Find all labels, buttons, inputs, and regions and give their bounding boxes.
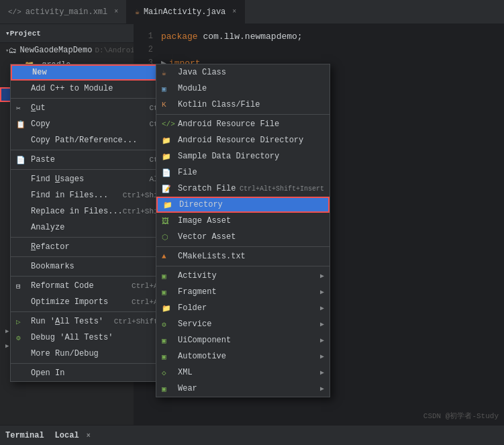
- submenu-label: Directory: [179, 200, 223, 209]
- sub-separator: [156, 266, 330, 266]
- code-text: package com.llw.newmapdemo;: [161, 32, 303, 42]
- submenu-label: Scratch File: [178, 184, 236, 193]
- service-arrow-icon: ▶: [320, 320, 324, 328]
- menu-label: Cut: [31, 103, 46, 113]
- wear-icon: ▣: [162, 385, 175, 393]
- tab-label: activity_main.xml: [26, 7, 107, 17]
- menu-label: Run 'All Tests': [31, 317, 103, 326]
- scratch-icon: 📝: [162, 185, 175, 193]
- submenu-item-service[interactable]: ⚙ Service ▶: [156, 316, 330, 332]
- submenu-label: Image Asset: [178, 216, 231, 226]
- cut-icon: ✂: [16, 104, 28, 113]
- submenu-new: ☕ Java Class ▣ Module K Kotlin Class/Fil…: [156, 64, 330, 397]
- shortcut-text: Ctrl+Alt+Shift+Insert: [240, 185, 324, 193]
- menu-label: New: [32, 68, 47, 77]
- submenu-item-directory[interactable]: 📁 Directory: [156, 197, 330, 213]
- cmake-icon: ▲: [162, 252, 175, 260]
- code-line-1: 1 package com.llw.newmapdemo;: [134, 30, 504, 43]
- line-number: 2: [134, 45, 161, 54]
- tab-close-icon[interactable]: ×: [114, 8, 118, 15]
- menu-label: Copy Path/Reference...: [31, 136, 137, 145]
- fragment-icon: ▣: [162, 288, 175, 297]
- submenu-item-android-resource-dir[interactable]: 📁 Android Resource Directory: [156, 132, 330, 148]
- submenu-label: Android Resource File: [178, 119, 279, 129]
- submenu-label: XML: [178, 368, 193, 377]
- menu-label: Reformat Code: [31, 281, 94, 291]
- submenu-label: Java Class: [178, 68, 226, 77]
- tree-label: NewGaodeMapDemo: [19, 46, 92, 55]
- submenu-label: Vector Asset: [178, 232, 236, 242]
- tree-item-root[interactable]: ▾ 🗂 NewGaodeMapDemo D:\Android\NewGao...: [0, 43, 134, 58]
- menu-label: Analyze: [31, 223, 64, 232]
- run-icon: ▷: [16, 317, 28, 326]
- submenu-label: Fragment: [178, 287, 217, 297]
- submenu-label: Wear: [178, 384, 197, 393]
- file-icon: 📄: [162, 168, 175, 177]
- kotlin-icon: K: [162, 101, 175, 109]
- submenu-item-fragment[interactable]: ▣ Fragment ▶: [156, 284, 330, 300]
- menu-label: Copy: [31, 119, 50, 129]
- local-label: Local: [55, 431, 79, 440]
- xml-arrow-icon: ▶: [320, 368, 324, 377]
- submenu-item-wear[interactable]: ▣ Wear ▶: [156, 381, 330, 397]
- line-number: 1: [134, 32, 161, 41]
- activity-icon: ▣: [162, 272, 175, 281]
- submenu-item-image-asset[interactable]: 🖼 Image Asset: [156, 213, 330, 229]
- menu-label: Add C++ to Module: [31, 84, 113, 93]
- submenu-label: Kotlin Class/File: [178, 100, 260, 109]
- ui-arrow-icon: ▶: [320, 336, 324, 344]
- service-icon: ⚙: [162, 320, 175, 329]
- submenu-label: Automotive: [178, 352, 226, 361]
- menu-label: Open In: [31, 368, 64, 378]
- submenu-label: Module: [178, 84, 207, 93]
- bottom-bar: Terminal Local ×: [0, 425, 504, 445]
- debug-icon: ⚙: [16, 334, 28, 342]
- submenu-item-automotive[interactable]: ▣ Automotive ▶: [156, 348, 330, 364]
- submenu-item-ui-component[interactable]: ▣ UiComponent ▶: [156, 332, 330, 348]
- local-tab[interactable]: Local ×: [55, 431, 91, 440]
- submenu-item-xml[interactable]: ◇ XML ▶: [156, 364, 330, 381]
- submenu-item-activity[interactable]: ▣ Activity ▶: [156, 268, 330, 284]
- submenu-item-kotlin[interactable]: K Kotlin Class/File: [156, 97, 330, 113]
- local-close-icon[interactable]: ×: [87, 432, 91, 440]
- submenu-label: Activity: [178, 271, 217, 281]
- sidebar-header[interactable]: ▾ Project: [0, 24, 134, 43]
- submenu-label: Sample Data Directory: [178, 152, 279, 161]
- submenu-item-cmakelists[interactable]: ▲ CMakeLists.txt: [156, 248, 330, 264]
- submenu-label: Service: [178, 319, 211, 329]
- submenu-item-sample-data-dir[interactable]: 📁 Sample Data Directory: [156, 148, 330, 164]
- submenu-item-android-resource-file[interactable]: </> Android Resource File: [156, 116, 330, 132]
- submenu-item-scratch-file[interactable]: 📝 Scratch File Ctrl+Alt+Shift+Insert: [156, 181, 330, 197]
- tab-label: MainActivity.java: [144, 7, 225, 17]
- submenu-label: CMakeLists.txt: [178, 252, 246, 261]
- submenu-label: UiComponent: [178, 336, 231, 345]
- menu-label: Optimize Imports: [31, 297, 108, 307]
- sidebar-title: Project: [10, 30, 41, 38]
- activity-arrow-icon: ▶: [320, 272, 324, 280]
- android-file-icon: </>: [162, 120, 175, 128]
- menu-label: Paste: [31, 155, 55, 164]
- submenu-label: Folder: [178, 303, 207, 313]
- submenu-item-module[interactable]: ▣ Module: [156, 81, 330, 97]
- terminal-tab[interactable]: Terminal: [5, 431, 44, 440]
- tab-mainactivity[interactable]: ☕ MainActivity.java ×: [127, 0, 245, 23]
- folder-icon: 🗂: [9, 46, 17, 56]
- submenu-item-file[interactable]: 📄 File: [156, 164, 330, 181]
- code-line-2: 2: [134, 43, 504, 56]
- tab-close-icon[interactable]: ×: [232, 8, 236, 15]
- menu-label: Find in Files...: [31, 191, 108, 200]
- wear-arrow-icon: ▶: [320, 385, 324, 393]
- submenu-label: File: [178, 168, 197, 177]
- xml-submenu-icon: ◇: [162, 368, 175, 377]
- sidebar-chevron: ▾: [5, 29, 10, 38]
- submenu-item-folder[interactable]: 📁 Folder ▶: [156, 300, 330, 316]
- submenu-item-java-class[interactable]: ☕ Java Class: [156, 64, 330, 81]
- tabs-bar: </> activity_main.xml × ☕ MainActivity.j…: [0, 0, 504, 24]
- tab-activity-main[interactable]: </> activity_main.xml ×: [0, 0, 127, 23]
- menu-label: Refactor: [31, 242, 70, 252]
- paste-icon: 📄: [16, 156, 28, 164]
- menu-label: Bookmarks: [31, 262, 74, 271]
- submenu-item-vector-asset[interactable]: ⬡ Vector Asset: [156, 229, 330, 245]
- sub-separator: [156, 114, 330, 115]
- watermark: CSDN @初学者-Study: [423, 411, 499, 421]
